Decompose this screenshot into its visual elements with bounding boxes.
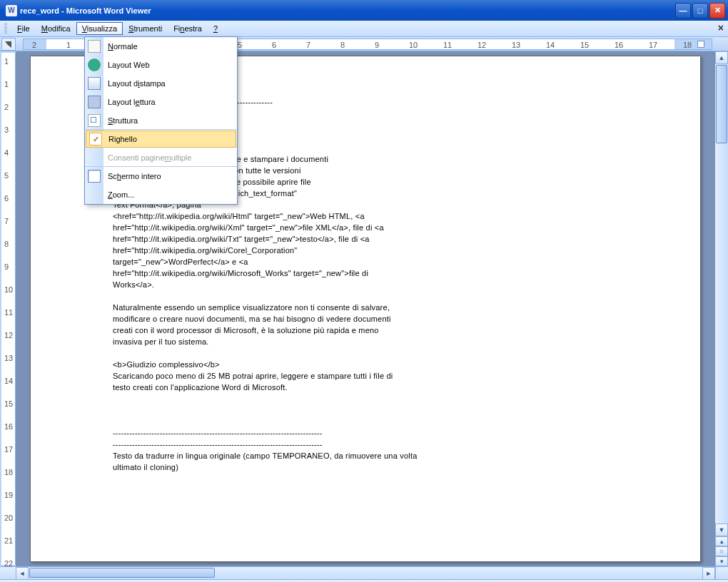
menuitem-layout-lettura[interactable]: Layout lettura [85,93,237,111]
minimize-button[interactable]: — [675,3,691,19]
vertical-ruler[interactable]: 112345678910111213141516171819202122 [1,53,16,565]
close-button[interactable]: ✕ [709,3,725,19]
outline-icon [88,114,101,127]
vertical-scroll-thumb[interactable] [716,65,727,143]
scroll-down-button[interactable]: ▼ [715,524,728,536]
print-layout-icon [88,77,101,90]
tab-selector[interactable] [1,38,16,51]
horizontal-scrollbar[interactable]: ◄ ► [16,567,715,579]
normal-view-icon [88,40,101,53]
prev-page-button[interactable]: ▴ [715,536,728,546]
menuitem-normale[interactable]: Normale [85,37,237,56]
menuitem-consenti-pagine: Consenti pagine multiple [85,148,237,167]
menu-finestra[interactable]: Finestra [168,22,208,35]
browse-object-buttons: ▴ ○ ▾ [715,536,728,566]
titlebar: W rece_word - Microsoft Word Viewer — □ … [0,0,728,21]
window-title: rece_word - Microsoft Word Viewer [20,6,675,15]
menuitem-zoom[interactable]: Zoom... [85,185,237,204]
horizontal-scroll-thumb[interactable] [29,568,215,578]
menuitem-schermo-intero[interactable]: Schermo intero [85,167,237,185]
toolbar-grip[interactable] [4,23,7,34]
scroll-right-button[interactable]: ► [702,567,715,580]
select-browse-object-button[interactable]: ○ [715,546,728,556]
next-page-button[interactable]: ▾ [715,556,728,566]
web-layout-icon [88,58,101,71]
vertical-scroll-track[interactable] [715,144,728,524]
visualizza-dropdown: Normale Layout Web Layout di stampa Layo… [84,36,238,205]
fullscreen-icon [88,170,101,183]
app-icon: W [6,5,17,16]
scroll-up-button[interactable]: ▲ [715,51,728,64]
menu-help[interactable]: ? [208,22,223,35]
horizontal-scroll-track[interactable] [29,567,702,579]
menuitem-layout-web[interactable]: Layout Web [85,56,237,74]
scroll-left-button[interactable]: ◄ [16,567,29,580]
right-indent-marker[interactable] [697,41,704,48]
menuitem-righello[interactable]: ✓ Righello [86,131,236,148]
statusbar: Pg 1 Sez 1 1/3 A Ri Col [0,579,728,582]
window-buttons: — □ ✕ [675,3,725,19]
checkmark-icon: ✓ [89,133,102,146]
menuitem-struttura[interactable]: Struttura [85,111,237,130]
menu-strumenti[interactable]: Strumenti [123,22,168,35]
vertical-scrollbar[interactable]: ▲ ▼ ▴ ○ ▾ [715,51,728,566]
horizontal-scrollbar-row: ◄ ► [0,566,728,579]
reading-layout-icon [88,96,101,108]
menu-visualizza[interactable]: Visualizza [76,22,123,35]
menu-file[interactable]: File [11,22,36,35]
maximize-button[interactable]: □ [692,3,708,19]
menuitem-layout-stampa[interactable]: Layout di stampa [85,74,237,93]
close-document-button[interactable]: × [718,22,724,34]
menu-modifica[interactable]: Modifica [36,22,76,35]
menubar: File Modifica Visualizza Strumenti Fines… [0,21,728,37]
